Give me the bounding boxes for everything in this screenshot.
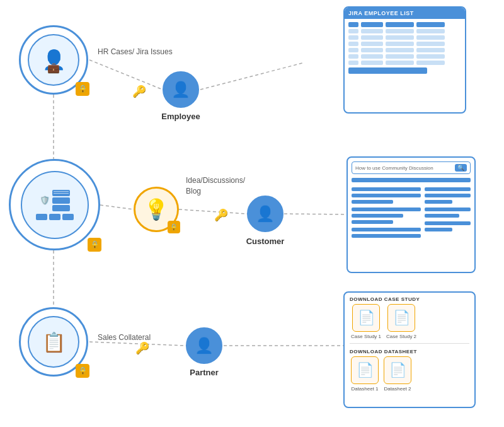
db-source-circle-outer: 🛡️ 🔒 <box>9 159 100 250</box>
community-right-col <box>425 187 471 240</box>
case-study-row: 📄 Case Study 1 📄 Case Study 2 <box>345 304 474 343</box>
download-case-title: DOWNLOAD CASE STUDY <box>345 293 474 304</box>
svg-line-5 <box>284 214 350 214</box>
case-study-1-item: 📄 Case Study 1 <box>351 304 381 339</box>
datasheet-1-label: Datasheet 1 <box>351 386 378 392</box>
community-search-text: How to use Community Discussion <box>355 165 433 171</box>
db-lock-icon: 🔒 <box>88 238 101 252</box>
case-study-1-icon: 📄 <box>352 304 380 332</box>
hr-icon: 👤 💼 <box>42 50 66 69</box>
hr-key-icon: 🔑 <box>132 85 146 98</box>
db-icon: 🛡️ <box>36 190 74 220</box>
hr-connection-label: HR Cases/ Jira Issues <box>98 47 173 56</box>
sales-lock-icon: 🔒 <box>76 364 89 378</box>
community-search-icon: 🔍 <box>455 164 467 172</box>
db-key-icon: 🔑 <box>214 208 228 222</box>
jira-window-title: JIRA EMPLOYEE LIST <box>345 8 465 19</box>
sales-icon: 📋 <box>42 331 66 353</box>
employee-person-icon: 👤 <box>171 81 190 98</box>
download-datasheet-title: DOWNLOAD DATASHEET <box>345 345 474 356</box>
datasheet-1-icon: 📄 <box>351 356 379 384</box>
download-window: DOWNLOAD CASE STUDY 📄 Case Study 1 📄 Cas… <box>343 291 476 408</box>
db-source-circle-inner: 🛡️ <box>21 171 89 239</box>
community-window: How to use Community Discussion 🔍 <box>346 156 476 273</box>
svg-line-0 <box>89 60 163 90</box>
download-divider <box>350 343 469 344</box>
jira-window-body <box>345 19 465 77</box>
customer-person-icon: 👤 <box>256 205 275 223</box>
case-study-2-item: 📄 Case Study 2 <box>386 304 416 339</box>
datasheet-2-item: 📄 Datasheet 2 <box>384 356 411 392</box>
datasheet-row: 📄 Datasheet 1 📄 Datasheet 2 <box>345 356 474 395</box>
community-search-bar: How to use Community Discussion 🔍 <box>352 161 471 174</box>
sales-key-icon: 🔑 <box>135 341 149 355</box>
jira-window: JIRA EMPLOYEE LIST <box>343 6 466 114</box>
employee-circle: 👤 <box>163 71 199 108</box>
employee-label: Employee <box>156 112 206 121</box>
svg-line-4 <box>179 209 247 214</box>
datasheet-2-icon: 📄 <box>384 356 411 384</box>
svg-line-1 <box>200 63 302 90</box>
svg-line-3 <box>100 205 134 209</box>
sales-source-circle-inner: 📋 <box>28 316 79 368</box>
partner-circle: 👤 <box>186 327 222 364</box>
community-content <box>348 187 474 240</box>
customer-circle: 👤 <box>247 196 284 232</box>
wordpress-lock-icon: 🔒 <box>168 221 180 233</box>
hr-lock-icon: 🔒 <box>76 82 89 96</box>
datasheet-1-item: 📄 Datasheet 1 <box>351 356 379 392</box>
db-connection-label: Idea/Discussions/ Blog <box>186 175 245 197</box>
diagram-container: 👤 💼 🔒 HR Cases/ Jira Issues 🔑 👤 Employee… <box>0 0 504 427</box>
sales-source-circle-outer: 📋 🔒 <box>19 307 88 377</box>
partner-label: Partner <box>179 368 229 377</box>
partner-person-icon: 👤 <box>195 337 214 354</box>
case-study-1-label: Case Study 1 <box>351 334 381 339</box>
customer-label: Customer <box>240 237 290 246</box>
sales-connection-label: Sales Collateral <box>98 333 151 342</box>
datasheet-2-label: Datasheet 2 <box>384 386 411 392</box>
wordpress-circle: 💡 🔒 <box>134 187 179 232</box>
wordpress-icon: 💡 <box>144 197 169 221</box>
hr-source-circle-outer: 👤 💼 🔒 <box>19 25 88 95</box>
community-left-col <box>352 187 421 240</box>
hr-source-circle-inner: 👤 💼 <box>28 34 79 86</box>
case-study-2-icon: 📄 <box>387 304 415 332</box>
case-study-2-label: Case Study 2 <box>386 334 416 339</box>
